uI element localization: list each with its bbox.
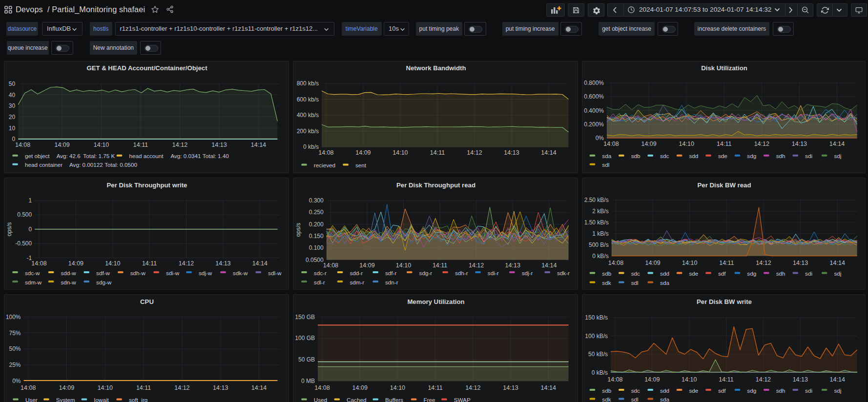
- svg-text:14:12: 14:12: [179, 260, 194, 267]
- svg-text:sdj-r: sdj-r: [522, 270, 533, 276]
- svg-text:sdj-w: sdj-w: [199, 270, 212, 276]
- svg-text:14:14: 14:14: [830, 376, 845, 383]
- svg-text:30: 30: [9, 102, 16, 109]
- svg-text:14:12: 14:12: [174, 384, 189, 391]
- svg-text:sdg: sdg: [747, 270, 756, 277]
- svg-text:ops/s: ops/s: [295, 223, 302, 237]
- svg-text:14:12: 14:12: [172, 141, 187, 148]
- svg-text:14:10: 14:10: [105, 260, 120, 267]
- svg-text:sdd: sdd: [689, 153, 699, 159]
- svg-text:0.400%: 0.400%: [584, 107, 604, 114]
- svg-text:sdb: sdb: [631, 153, 641, 159]
- svg-text:1 kB/s: 1 kB/s: [592, 230, 608, 237]
- svg-text:14:13: 14:13: [213, 384, 228, 391]
- svg-text:sdb: sdb: [602, 387, 611, 394]
- svg-text:sdc: sdc: [631, 270, 640, 277]
- svg-text:0 MB: 0 MB: [301, 378, 315, 384]
- svg-text:sdg-r: sdg-r: [419, 270, 433, 276]
- svg-text:14:12: 14:12: [756, 260, 771, 266]
- svg-text:0.800%: 0.800%: [584, 80, 604, 86]
- svg-text:14:09: 14:09: [355, 149, 371, 156]
- svg-text:14:08: 14:08: [15, 141, 30, 148]
- svg-text:sdn-r: sdn-r: [385, 279, 398, 285]
- svg-text:sdg-w: sdg-w: [96, 279, 112, 285]
- svg-text:14:13: 14:13: [504, 149, 519, 156]
- svg-text:sdg: sdg: [747, 387, 756, 394]
- svg-text:0.100: 0.100: [309, 244, 324, 251]
- svg-text:14:12: 14:12: [467, 149, 482, 156]
- svg-text:2.50 kB/s: 2.50 kB/s: [584, 197, 609, 203]
- svg-text:14:13: 14:13: [793, 376, 808, 383]
- svg-text:0%: 0%: [12, 378, 21, 384]
- svg-text:14:14: 14:14: [829, 141, 845, 147]
- svg-text:sdh-r: sdh-r: [455, 270, 468, 276]
- svg-text:14:14: 14:14: [251, 141, 266, 148]
- svg-text:sdi: sdi: [805, 153, 812, 159]
- svg-text:Per Disk Throughput read: Per Disk Throughput read: [396, 181, 475, 189]
- svg-text:14:08: 14:08: [318, 149, 333, 156]
- svg-text:100%: 100%: [6, 314, 21, 321]
- svg-text:14:14: 14:14: [541, 384, 556, 391]
- svg-text:14:08: 14:08: [603, 141, 619, 147]
- svg-text:SWAP: SWAP: [454, 397, 471, 402]
- svg-text:sdk-w: sdk-w: [233, 270, 248, 276]
- svg-text:14:10: 14:10: [396, 262, 411, 269]
- svg-text:14:10: 14:10: [679, 141, 694, 147]
- svg-text:sdh: sdh: [776, 270, 785, 277]
- svg-text:14:08: 14:08: [31, 260, 46, 267]
- svg-text:100 GB: 100 GB: [295, 335, 315, 342]
- svg-text:sdj: sdj: [834, 270, 842, 277]
- svg-text:System: System: [56, 397, 75, 402]
- svg-text:sdk-r: sdk-r: [557, 270, 570, 276]
- svg-text:150 kB/s: 150 kB/s: [585, 314, 608, 321]
- svg-text:Total: 1.40: Total: 1.40: [203, 153, 229, 159]
- svg-text:14:12: 14:12: [756, 376, 771, 383]
- svg-text:14:13: 14:13: [211, 141, 227, 148]
- svg-text:0 kB/s: 0 kB/s: [592, 369, 608, 376]
- svg-text:0.250: 0.250: [309, 209, 324, 216]
- svg-text:14:09: 14:09: [59, 384, 74, 391]
- svg-text:Disk Utilization: Disk Utilization: [701, 64, 747, 72]
- svg-text:sdd: sdd: [660, 270, 669, 277]
- svg-text:0.200: 0.200: [309, 221, 324, 228]
- svg-text:sdm-w: sdm-w: [25, 279, 42, 285]
- svg-text:sdn-w: sdn-w: [61, 279, 77, 285]
- svg-text:sde: sde: [718, 153, 727, 159]
- svg-text:40: 40: [9, 92, 16, 99]
- svg-text:0%: 0%: [596, 135, 604, 141]
- svg-text:sdf-w: sdf-w: [96, 270, 110, 276]
- svg-text:sdd-r: sdd-r: [350, 270, 363, 276]
- svg-text:sdg: sdg: [747, 153, 756, 159]
- svg-text:sdk: sdk: [602, 396, 611, 402]
- svg-text:14:08: 14:08: [21, 384, 36, 391]
- svg-text:sdh-w: sdh-w: [130, 270, 146, 276]
- svg-text:User: User: [25, 397, 38, 402]
- svg-text:Iowait: Iowait: [94, 397, 109, 402]
- svg-text:sdf: sdf: [718, 270, 726, 277]
- svg-text:Per Disk BW read: Per Disk BW read: [698, 181, 751, 189]
- svg-text:-1: -1: [27, 255, 32, 261]
- svg-text:sent: sent: [355, 162, 367, 168]
- svg-text:14:09: 14:09: [641, 141, 656, 147]
- svg-text:200 kb/s: 200 kb/s: [297, 128, 319, 135]
- svg-text:14:08: 14:08: [323, 262, 338, 269]
- svg-text:sdf: sdf: [718, 387, 726, 394]
- svg-text:sdj: sdj: [834, 387, 842, 394]
- svg-text:sdl-r: sdl-r: [314, 279, 325, 285]
- svg-text:Total: 1.75 K: Total: 1.75 K: [83, 153, 115, 159]
- svg-text:20: 20: [9, 114, 16, 121]
- svg-text:14:14: 14:14: [541, 149, 556, 156]
- svg-text:sdd-w: sdd-w: [61, 270, 77, 276]
- svg-text:14:10: 14:10: [682, 376, 697, 383]
- svg-text:sdj: sdj: [834, 153, 842, 159]
- svg-text:sdf-r: sdf-r: [385, 270, 396, 276]
- svg-text:CPU: CPU: [140, 298, 154, 305]
- svg-text:sde: sde: [689, 387, 699, 394]
- svg-text:14:11: 14:11: [142, 260, 157, 267]
- svg-text:14:11: 14:11: [717, 141, 731, 147]
- svg-text:Avg: 0.0341: Avg: 0.0341: [170, 153, 201, 159]
- svg-text:soft_irq: soft_irq: [129, 397, 147, 402]
- svg-text:100 kB/s: 100 kB/s: [585, 333, 608, 340]
- svg-text:14:13: 14:13: [792, 141, 807, 147]
- svg-text:sdi-r: sdi-r: [488, 270, 499, 276]
